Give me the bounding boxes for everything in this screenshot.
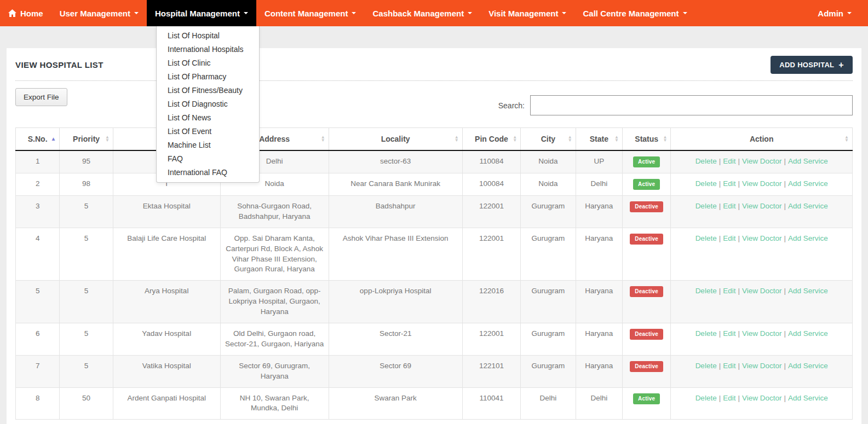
table-row: 65Yadav HospitalOld Delhi, Gurgaon road,… <box>16 323 853 356</box>
action-add-service[interactable]: Add Service <box>788 287 828 295</box>
nav-item-hospital-management[interactable]: Hospital Management <box>147 0 256 26</box>
action-view-doctor[interactable]: View Doctor <box>742 202 782 210</box>
action-edit[interactable]: Edit <box>723 202 735 210</box>
action-separator: | <box>738 362 740 370</box>
action-edit[interactable]: Edit <box>723 362 735 370</box>
cell-city: Gurugram <box>521 355 576 387</box>
column-header-action[interactable]: Action▲▼ <box>671 128 853 151</box>
dropdown-item-list-of-clinic[interactable]: List Of Clinic <box>157 56 259 70</box>
cell-status: Deactive <box>623 196 671 228</box>
dropdown-item-international-faq[interactable]: International FAQ <box>157 166 259 179</box>
cell-pin: 110041 <box>462 387 520 420</box>
action-separator: | <box>738 202 740 210</box>
action-delete[interactable]: Delete <box>695 329 717 338</box>
cell-locality: opp-Lokpriya Hospital <box>329 281 462 323</box>
cell-address: Opp. Sai Dharam Kanta, Carterpuri Rd, Bl… <box>220 228 329 281</box>
cell-city: Noida <box>521 173 576 196</box>
action-delete[interactable]: Delete <box>695 157 717 165</box>
cell-sno: 3 <box>16 196 60 228</box>
action-add-service[interactable]: Add Service <box>788 157 828 165</box>
nav-item-call-centre-management[interactable]: Call Centre Management <box>574 0 695 26</box>
action-view-doctor[interactable]: View Doctor <box>742 362 782 370</box>
dropdown-item-list-of-diagnostic[interactable]: List Of Diagnostic <box>157 97 259 111</box>
action-add-service[interactable]: Add Service <box>788 329 828 338</box>
table-row: 35Ektaa HospitalSohna-Gurgaon Road, Bads… <box>16 196 853 228</box>
cell-sno: 8 <box>16 387 60 420</box>
add-hospital-button[interactable]: ADD HOSPITAL + <box>771 56 853 74</box>
nav-item-user-management[interactable]: User Management <box>51 0 147 26</box>
column-label: S.No. <box>28 135 48 143</box>
cell-priority: 98 <box>60 173 113 196</box>
table-toolbar: Export File Search: <box>15 88 853 115</box>
column-header-pin-code[interactable]: Pin Code▲▼ <box>462 128 520 151</box>
action-delete[interactable]: Delete <box>695 202 717 210</box>
cell-locality: Swaran Park <box>329 387 462 420</box>
action-view-doctor[interactable]: View Doctor <box>742 157 782 165</box>
action-view-doctor[interactable]: View Doctor <box>742 394 782 402</box>
action-separator: | <box>738 157 740 165</box>
column-label: Action <box>750 135 774 143</box>
chevron-down-icon <box>847 12 852 14</box>
action-separator: | <box>719 287 721 295</box>
nav-item-cashback-management[interactable]: Cashback Management <box>364 0 480 26</box>
action-delete[interactable]: Delete <box>695 234 717 242</box>
nav-item-content-management[interactable]: Content Management <box>256 0 365 26</box>
dropdown-item-international-hospitals[interactable]: International Hospitals <box>157 43 259 56</box>
cell-locality: sector-63 <box>329 150 462 173</box>
dropdown-item-machine-list[interactable]: Machine List <box>157 138 259 152</box>
action-edit[interactable]: Edit <box>723 287 735 295</box>
search-input[interactable] <box>530 95 853 115</box>
action-edit[interactable]: Edit <box>723 329 735 338</box>
cell-sno: 1 <box>16 150 60 173</box>
action-edit[interactable]: Edit <box>723 394 735 402</box>
sort-icon: ▲▼ <box>321 136 325 142</box>
column-header-locality[interactable]: Locality▲▼ <box>329 128 462 151</box>
column-header-state[interactable]: State▲▼ <box>576 128 622 151</box>
action-view-doctor[interactable]: View Doctor <box>742 234 782 242</box>
dropdown-item-list-of-fitness-beauty[interactable]: List Of Fitness/Beauty <box>157 84 259 97</box>
column-header-city[interactable]: City▲▼ <box>521 128 576 151</box>
status-badge: Deactive <box>630 286 663 297</box>
sort-icon: ▲▼ <box>663 136 668 142</box>
cell-locality: Sector-21 <box>329 323 462 356</box>
nav-item-label: Visit Management <box>488 9 558 18</box>
action-separator: | <box>784 157 786 165</box>
action-delete[interactable]: Delete <box>695 287 717 295</box>
chevron-down-icon <box>134 12 139 14</box>
action-view-doctor[interactable]: View Doctor <box>742 287 782 295</box>
cell-pin: 122101 <box>462 355 520 387</box>
column-header-status[interactable]: Status▲▼ <box>623 128 671 151</box>
column-header-priority[interactable]: Priority▲▼ <box>60 128 113 151</box>
action-view-doctor[interactable]: View Doctor <box>742 179 782 188</box>
dropdown-item-faq[interactable]: FAQ <box>157 152 259 166</box>
action-view-doctor[interactable]: View Doctor <box>742 329 782 338</box>
action-edit[interactable]: Edit <box>723 179 735 188</box>
nav-item-admin[interactable]: Admin <box>801 0 868 26</box>
action-add-service[interactable]: Add Service <box>788 202 828 210</box>
action-add-service[interactable]: Add Service <box>788 394 828 402</box>
action-edit[interactable]: Edit <box>723 234 735 242</box>
action-delete[interactable]: Delete <box>695 394 717 402</box>
nav-item-visit-management[interactable]: Visit Management <box>480 0 574 26</box>
top-navbar: HomeUser ManagementHospital ManagementCo… <box>0 0 868 26</box>
action-edit[interactable]: Edit <box>723 157 735 165</box>
action-add-service[interactable]: Add Service <box>788 234 828 242</box>
column-label: Priority <box>73 135 100 143</box>
nav-item-home[interactable]: Home <box>0 0 51 26</box>
action-add-service[interactable]: Add Service <box>788 179 828 188</box>
cell-action: Delete|Edit|View Doctor|Add Service <box>671 228 853 281</box>
column-header-s-no[interactable]: S.No.▲ <box>16 128 60 151</box>
cell-priority: 95 <box>60 150 113 173</box>
dropdown-item-list-of-news[interactable]: List Of News <box>157 111 259 125</box>
plus-icon: + <box>838 62 844 68</box>
cell-priority: 5 <box>60 196 113 228</box>
dropdown-item-list-of-hospital[interactable]: List Of Hospital <box>157 29 259 43</box>
chevron-down-icon <box>683 12 687 14</box>
action-delete[interactable]: Delete <box>695 362 717 370</box>
action-add-service[interactable]: Add Service <box>788 362 828 370</box>
cell-state: Haryana <box>576 323 622 356</box>
dropdown-item-list-of-event[interactable]: List Of Event <box>157 125 259 138</box>
dropdown-item-list-of-pharmacy[interactable]: List Of Pharmacy <box>157 70 259 84</box>
action-delete[interactable]: Delete <box>695 179 717 188</box>
export-file-button[interactable]: Export File <box>15 88 67 106</box>
